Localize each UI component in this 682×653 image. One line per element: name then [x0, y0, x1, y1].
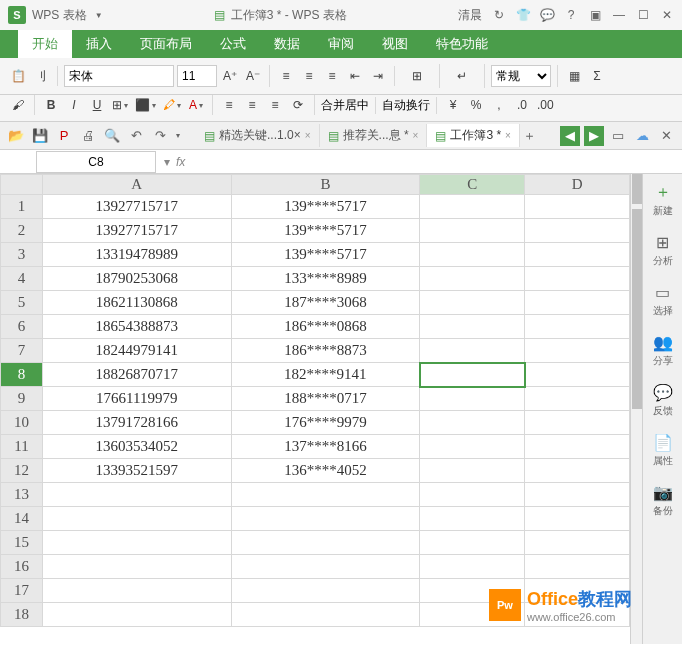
preview-icon[interactable]: 🔍	[102, 126, 122, 146]
fx-dropdown-icon[interactable]: ▾	[164, 155, 170, 169]
menu-data[interactable]: 数据	[260, 30, 314, 58]
sidebar-share[interactable]: 👥分享	[653, 332, 673, 368]
cell-C8[interactable]	[420, 363, 525, 387]
cell-C12[interactable]	[420, 459, 525, 483]
pdf-icon[interactable]: P	[54, 126, 74, 146]
row-header-12[interactable]: 12	[1, 459, 43, 483]
cell-C5[interactable]	[420, 291, 525, 315]
row-header-5[interactable]: 5	[1, 291, 43, 315]
cell-A3[interactable]: 13319478989	[42, 243, 231, 267]
sidebar-new[interactable]: ＋新建	[653, 182, 673, 218]
doc-tab-2[interactable]: ▤ 推荐关...息 * ×	[320, 124, 428, 147]
cell-A18[interactable]	[42, 603, 231, 627]
nav-right-icon[interactable]: ▶	[584, 126, 604, 146]
cell-B5[interactable]: 187****3068	[231, 291, 420, 315]
cloud-icon[interactable]: ☁	[632, 126, 652, 146]
row-header-15[interactable]: 15	[1, 531, 43, 555]
spreadsheet-grid[interactable]: ABCD113927715717139****57172139277157171…	[0, 174, 630, 627]
cell-B17[interactable]	[231, 579, 420, 603]
font-size-select[interactable]	[177, 65, 217, 87]
align-left-icon[interactable]: ≡	[276, 66, 296, 86]
row-header-18[interactable]: 18	[1, 603, 43, 627]
wrap-text-button[interactable]: ↵	[446, 64, 478, 88]
cell-D11[interactable]	[525, 435, 630, 459]
row-header-14[interactable]: 14	[1, 507, 43, 531]
cell-D8[interactable]	[525, 363, 630, 387]
cell-D16[interactable]	[525, 555, 630, 579]
sync-icon[interactable]: ↻	[492, 8, 506, 22]
font-color-button[interactable]: A▾	[186, 95, 206, 115]
cell-B1[interactable]: 139****5717	[231, 195, 420, 219]
menu-formula[interactable]: 公式	[206, 30, 260, 58]
valign-mid-icon[interactable]: ≡	[242, 95, 262, 115]
sidebar-analyze[interactable]: ⊞分析	[653, 232, 673, 268]
sidebar-select[interactable]: ▭选择	[653, 282, 673, 318]
nav-left-icon[interactable]: ◀	[560, 126, 580, 146]
maximize-icon[interactable]: ☐	[636, 8, 650, 22]
cell-A5[interactable]: 18621130868	[42, 291, 231, 315]
new-tab-icon[interactable]: ＋	[520, 126, 540, 146]
cell-A4[interactable]: 18790253068	[42, 267, 231, 291]
tab-close-icon[interactable]: ×	[413, 130, 419, 141]
cell-A11[interactable]: 13603534052	[42, 435, 231, 459]
comma-icon[interactable]: ,	[489, 95, 509, 115]
cell-B7[interactable]: 186****8873	[231, 339, 420, 363]
cell-A15[interactable]	[42, 531, 231, 555]
cell-C16[interactable]	[420, 555, 525, 579]
minimize-ribbon-icon[interactable]: ▣	[588, 8, 602, 22]
cell-B15[interactable]	[231, 531, 420, 555]
row-header-6[interactable]: 6	[1, 315, 43, 339]
cell-A9[interactable]: 17661119979	[42, 387, 231, 411]
row-header-4[interactable]: 4	[1, 267, 43, 291]
cell-B10[interactable]: 176****9979	[231, 411, 420, 435]
sheet-area[interactable]: ABCD113927715717139****57172139277157171…	[0, 174, 630, 644]
tab-close-icon[interactable]: ×	[305, 130, 311, 141]
cell-A17[interactable]	[42, 579, 231, 603]
cell-D10[interactable]	[525, 411, 630, 435]
row-header-16[interactable]: 16	[1, 555, 43, 579]
cell-A2[interactable]: 13927715717	[42, 219, 231, 243]
cell-A14[interactable]	[42, 507, 231, 531]
valign-bot-icon[interactable]: ≡	[265, 95, 285, 115]
row-header-9[interactable]: 9	[1, 387, 43, 411]
shirt-icon[interactable]: 👕	[516, 8, 530, 22]
cell-B18[interactable]	[231, 603, 420, 627]
menu-page-layout[interactable]: 页面布局	[126, 30, 206, 58]
save-icon[interactable]: 💾	[30, 126, 50, 146]
help-icon[interactable]: ?	[564, 8, 578, 22]
format-painter-icon[interactable]: 🖌	[8, 95, 28, 115]
chat-icon[interactable]: 💬	[540, 8, 554, 22]
cell-C6[interactable]	[420, 315, 525, 339]
fill-color-button[interactable]: ⬛▾	[133, 95, 158, 115]
cell-B11[interactable]: 137****8166	[231, 435, 420, 459]
cell-C7[interactable]	[420, 339, 525, 363]
minimize-icon[interactable]: —	[612, 8, 626, 22]
row-header-17[interactable]: 17	[1, 579, 43, 603]
cell-A1[interactable]: 13927715717	[42, 195, 231, 219]
currency-icon[interactable]: ¥	[443, 95, 463, 115]
number-format-select[interactable]: 常规	[491, 65, 551, 87]
merge-center-button[interactable]: ⊞	[401, 64, 433, 88]
cell-B2[interactable]: 139****5717	[231, 219, 420, 243]
doc-tab-1[interactable]: ▤ 精选关键...1.0× ×	[196, 124, 320, 147]
cell-B4[interactable]: 133****8989	[231, 267, 420, 291]
increase-decimal-icon[interactable]: .0	[512, 95, 532, 115]
menu-review[interactable]: 审阅	[314, 30, 368, 58]
indent-left-icon[interactable]: ⇤	[345, 66, 365, 86]
doc-tab-3[interactable]: ▤ 工作簿3 * ×	[427, 124, 520, 147]
cell-C9[interactable]	[420, 387, 525, 411]
border-button[interactable]: ⊞▾	[110, 95, 130, 115]
menu-view[interactable]: 视图	[368, 30, 422, 58]
cell-D14[interactable]	[525, 507, 630, 531]
cell-B8[interactable]: 182****9141	[231, 363, 420, 387]
row-header-13[interactable]: 13	[1, 483, 43, 507]
cell-B14[interactable]	[231, 507, 420, 531]
orientation-icon[interactable]: ⟳	[288, 95, 308, 115]
cell-D4[interactable]	[525, 267, 630, 291]
underline-button[interactable]: U	[87, 95, 107, 115]
fx-icon[interactable]: fx	[176, 155, 185, 169]
cell-A13[interactable]	[42, 483, 231, 507]
cell-D13[interactable]	[525, 483, 630, 507]
cell-A8[interactable]: 18826870717	[42, 363, 231, 387]
cell-B6[interactable]: 186****0868	[231, 315, 420, 339]
